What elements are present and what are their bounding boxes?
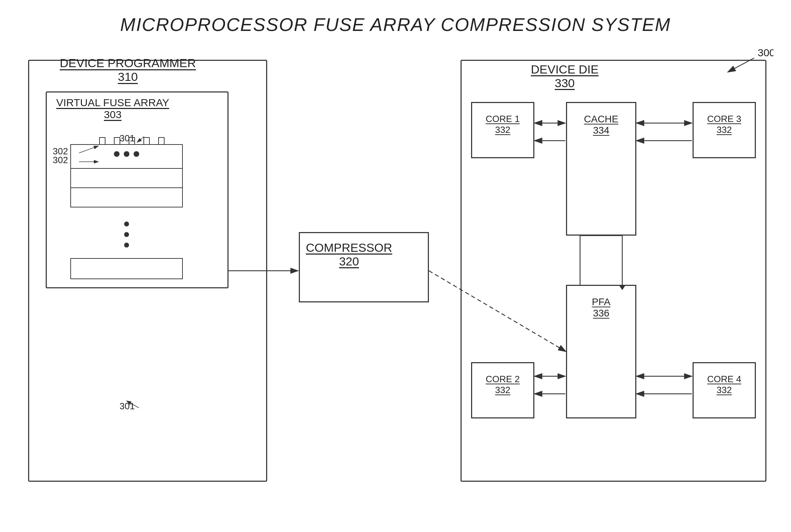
label-302-2: 302 bbox=[53, 155, 68, 166]
core2-label: CORE 2 332 bbox=[472, 363, 533, 396]
core1-label: CORE 1 332 bbox=[472, 103, 533, 135]
device-programmer-label: DEVICE PROGRAMMER 310 bbox=[60, 56, 196, 84]
device-die-label: DEVICE DIE 330 bbox=[531, 63, 599, 90]
pfa-box: PFA 336 bbox=[566, 285, 636, 418]
core3-label: CORE 3 332 bbox=[694, 103, 755, 135]
core4-label: CORE 4 332 bbox=[694, 363, 755, 396]
cache-box: CACHE 334 bbox=[566, 102, 636, 236]
cache-label: CACHE 334 bbox=[567, 103, 635, 136]
compressor-label: COMPRESSOR 320 bbox=[306, 241, 392, 268]
core3-box: CORE 3 332 bbox=[693, 102, 756, 158]
label-301-top: 301 bbox=[120, 133, 135, 144]
pfa-label: PFA 336 bbox=[567, 286, 635, 319]
core4-box: CORE 4 332 bbox=[693, 362, 756, 418]
core1-box: CORE 1 332 bbox=[471, 102, 534, 158]
vfa-label: VIRTUAL FUSE ARRAY 303 bbox=[56, 97, 169, 121]
core2-box: CORE 2 332 bbox=[471, 362, 534, 418]
label-301-bottom: 301 bbox=[120, 401, 135, 412]
diagram: 300 bbox=[18, 46, 773, 531]
svg-text:300: 300 bbox=[758, 47, 773, 58]
page-title: MICROPROCESSOR FUSE ARRAY COMPRESSION SY… bbox=[0, 0, 791, 46]
fuse-rows bbox=[70, 144, 183, 279]
